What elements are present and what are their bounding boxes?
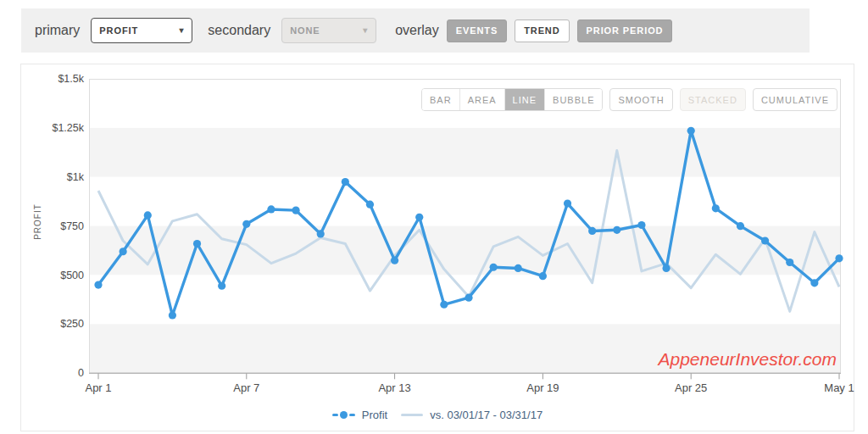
profit-line-marker-icon [332, 411, 355, 419]
x-tick-label: May 1 [824, 381, 854, 394]
y-tick-label: $1.5k [25, 72, 84, 86]
overlay-events-button[interactable]: EVENTS [447, 19, 507, 42]
y-tick-label: $750 [25, 220, 84, 233]
y-tick-label: $1.25k [25, 121, 84, 135]
x-tick-label: Apr 13 [378, 381, 410, 394]
chart-type-area-button[interactable]: AREA [459, 89, 504, 110]
x-tick-label: Apr 19 [526, 381, 559, 394]
caret-down-icon: ▾ [363, 26, 368, 35]
overlay-prior-period-button[interactable]: PRIOR PERIOD [577, 19, 673, 42]
overlay-label: overlay [395, 23, 439, 38]
y-tick-label: $1k [25, 170, 84, 184]
legend-profit-label: Profit [362, 409, 387, 421]
primary-label: primary [35, 23, 80, 38]
secondary-metric-value: NONE [290, 25, 320, 36]
chart-type-cumulative-button[interactable]: CUMULATIVE [753, 88, 837, 111]
chart-type-stacked-button: STACKED [680, 88, 746, 111]
secondary-metric-select: NONE ▾ [281, 18, 376, 43]
chart-legend: Profit vs. 03/01/17 - 03/31/17 [21, 409, 854, 421]
secondary-label: secondary [208, 23, 270, 38]
chart-type-line-button[interactable]: LINE [504, 89, 544, 110]
overlay-trend-button[interactable]: TREND [515, 19, 569, 42]
chart-type-bubble-button[interactable]: BUBBLE [544, 89, 602, 110]
legend-prior-label: vs. 03/01/17 - 03/31/17 [430, 409, 542, 421]
caret-down-icon: ▾ [179, 26, 184, 35]
prior-line-marker-icon [401, 414, 423, 416]
x-tick-label: Apr 25 [675, 381, 707, 394]
plot-svg [89, 79, 841, 381]
y-tick-label: $250 [25, 317, 84, 331]
x-tick-label: Apr 7 [233, 381, 259, 394]
chart-type-smooth-button[interactable]: SMOOTH [609, 88, 672, 111]
chart-type-bar-button[interactable]: BAR [422, 89, 459, 110]
chart-card: PROFIT BAR AREA LINE BUBBLE SMOOTH STACK… [20, 64, 854, 431]
chart-type-group: BAR AREA LINE BUBBLE [421, 88, 603, 111]
chart-options-toolbar: primary PROFIT ▾ secondary NONE ▾ overla… [21, 8, 810, 53]
legend-item-profit[interactable]: Profit [332, 409, 387, 421]
y-tick-label: $500 [25, 269, 84, 282]
y-tick-label: 0 [25, 366, 84, 380]
watermark-text: AppeneurInvestor.com [658, 349, 837, 370]
primary-metric-select[interactable]: PROFIT ▾ [91, 18, 192, 43]
primary-metric-value: PROFIT [99, 25, 138, 36]
chart-type-toolbar: BAR AREA LINE BUBBLE SMOOTH STACKED CUMU… [421, 88, 837, 111]
legend-item-prior-period[interactable]: vs. 03/01/17 - 03/31/17 [401, 409, 542, 421]
x-tick-label: Apr 1 [85, 381, 111, 394]
